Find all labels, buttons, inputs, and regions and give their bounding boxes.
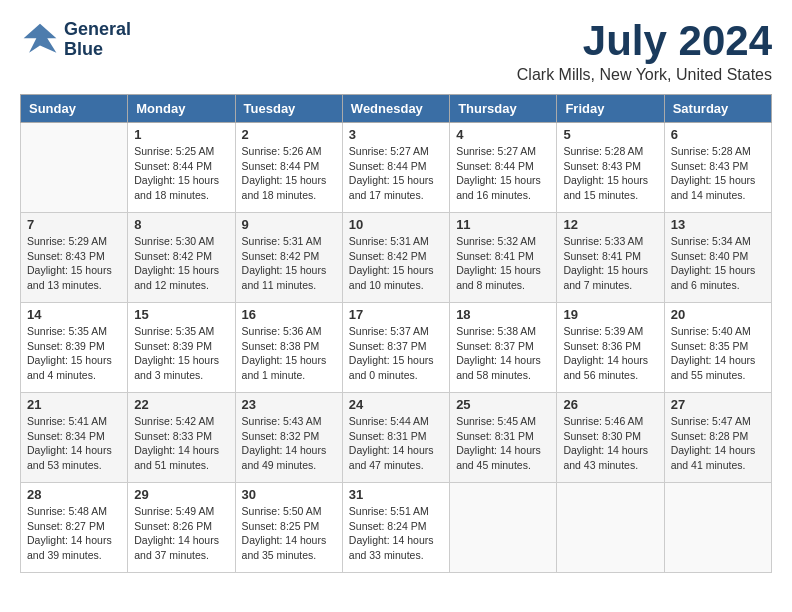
day-cell: 2Sunrise: 5:26 AM Sunset: 8:44 PM Daylig…: [235, 123, 342, 213]
calendar-table: SundayMondayTuesdayWednesdayThursdayFrid…: [20, 94, 772, 573]
day-info: Sunrise: 5:36 AM Sunset: 8:38 PM Dayligh…: [242, 324, 336, 383]
day-number: 30: [242, 487, 336, 502]
day-number: 22: [134, 397, 228, 412]
day-cell: 11Sunrise: 5:32 AM Sunset: 8:41 PM Dayli…: [450, 213, 557, 303]
day-info: Sunrise: 5:26 AM Sunset: 8:44 PM Dayligh…: [242, 144, 336, 203]
day-info: Sunrise: 5:43 AM Sunset: 8:32 PM Dayligh…: [242, 414, 336, 473]
day-number: 8: [134, 217, 228, 232]
day-info: Sunrise: 5:28 AM Sunset: 8:43 PM Dayligh…: [671, 144, 765, 203]
day-cell: 8Sunrise: 5:30 AM Sunset: 8:42 PM Daylig…: [128, 213, 235, 303]
day-cell: 3Sunrise: 5:27 AM Sunset: 8:44 PM Daylig…: [342, 123, 449, 213]
day-cell: 12Sunrise: 5:33 AM Sunset: 8:41 PM Dayli…: [557, 213, 664, 303]
day-info: Sunrise: 5:38 AM Sunset: 8:37 PM Dayligh…: [456, 324, 550, 383]
day-cell: [21, 123, 128, 213]
day-cell: 13Sunrise: 5:34 AM Sunset: 8:40 PM Dayli…: [664, 213, 771, 303]
day-cell: 23Sunrise: 5:43 AM Sunset: 8:32 PM Dayli…: [235, 393, 342, 483]
day-cell: 6Sunrise: 5:28 AM Sunset: 8:43 PM Daylig…: [664, 123, 771, 213]
day-number: 29: [134, 487, 228, 502]
day-info: Sunrise: 5:50 AM Sunset: 8:25 PM Dayligh…: [242, 504, 336, 563]
day-cell: 4Sunrise: 5:27 AM Sunset: 8:44 PM Daylig…: [450, 123, 557, 213]
header-row: SundayMondayTuesdayWednesdayThursdayFrid…: [21, 95, 772, 123]
day-info: Sunrise: 5:42 AM Sunset: 8:33 PM Dayligh…: [134, 414, 228, 473]
page-header: General Blue July 2024 Clark Mills, New …: [20, 20, 772, 84]
day-cell: 31Sunrise: 5:51 AM Sunset: 8:24 PM Dayli…: [342, 483, 449, 573]
day-cell: 15Sunrise: 5:35 AM Sunset: 8:39 PM Dayli…: [128, 303, 235, 393]
day-number: 5: [563, 127, 657, 142]
day-number: 7: [27, 217, 121, 232]
day-info: Sunrise: 5:46 AM Sunset: 8:30 PM Dayligh…: [563, 414, 657, 473]
day-number: 24: [349, 397, 443, 412]
day-number: 12: [563, 217, 657, 232]
day-number: 26: [563, 397, 657, 412]
day-cell: 29Sunrise: 5:49 AM Sunset: 8:26 PM Dayli…: [128, 483, 235, 573]
week-row-4: 21Sunrise: 5:41 AM Sunset: 8:34 PM Dayli…: [21, 393, 772, 483]
day-info: Sunrise: 5:37 AM Sunset: 8:37 PM Dayligh…: [349, 324, 443, 383]
day-info: Sunrise: 5:31 AM Sunset: 8:42 PM Dayligh…: [349, 234, 443, 293]
week-row-5: 28Sunrise: 5:48 AM Sunset: 8:27 PM Dayli…: [21, 483, 772, 573]
title-area: July 2024 Clark Mills, New York, United …: [517, 20, 772, 84]
day-number: 27: [671, 397, 765, 412]
day-info: Sunrise: 5:33 AM Sunset: 8:41 PM Dayligh…: [563, 234, 657, 293]
day-number: 17: [349, 307, 443, 322]
day-number: 3: [349, 127, 443, 142]
day-info: Sunrise: 5:25 AM Sunset: 8:44 PM Dayligh…: [134, 144, 228, 203]
day-number: 23: [242, 397, 336, 412]
day-number: 11: [456, 217, 550, 232]
day-number: 14: [27, 307, 121, 322]
day-cell: 21Sunrise: 5:41 AM Sunset: 8:34 PM Dayli…: [21, 393, 128, 483]
day-cell: 7Sunrise: 5:29 AM Sunset: 8:43 PM Daylig…: [21, 213, 128, 303]
day-cell: 9Sunrise: 5:31 AM Sunset: 8:42 PM Daylig…: [235, 213, 342, 303]
day-info: Sunrise: 5:35 AM Sunset: 8:39 PM Dayligh…: [27, 324, 121, 383]
day-cell: 19Sunrise: 5:39 AM Sunset: 8:36 PM Dayli…: [557, 303, 664, 393]
day-number: 31: [349, 487, 443, 502]
day-info: Sunrise: 5:41 AM Sunset: 8:34 PM Dayligh…: [27, 414, 121, 473]
day-number: 13: [671, 217, 765, 232]
header-cell-saturday: Saturday: [664, 95, 771, 123]
day-cell: 24Sunrise: 5:44 AM Sunset: 8:31 PM Dayli…: [342, 393, 449, 483]
week-row-3: 14Sunrise: 5:35 AM Sunset: 8:39 PM Dayli…: [21, 303, 772, 393]
day-info: Sunrise: 5:48 AM Sunset: 8:27 PM Dayligh…: [27, 504, 121, 563]
day-info: Sunrise: 5:44 AM Sunset: 8:31 PM Dayligh…: [349, 414, 443, 473]
day-number: 2: [242, 127, 336, 142]
day-number: 21: [27, 397, 121, 412]
header-cell-wednesday: Wednesday: [342, 95, 449, 123]
day-cell: 26Sunrise: 5:46 AM Sunset: 8:30 PM Dayli…: [557, 393, 664, 483]
day-info: Sunrise: 5:39 AM Sunset: 8:36 PM Dayligh…: [563, 324, 657, 383]
day-number: 16: [242, 307, 336, 322]
day-cell: 14Sunrise: 5:35 AM Sunset: 8:39 PM Dayli…: [21, 303, 128, 393]
logo-icon: [20, 20, 60, 60]
day-number: 18: [456, 307, 550, 322]
day-number: 19: [563, 307, 657, 322]
day-cell: 18Sunrise: 5:38 AM Sunset: 8:37 PM Dayli…: [450, 303, 557, 393]
day-info: Sunrise: 5:35 AM Sunset: 8:39 PM Dayligh…: [134, 324, 228, 383]
day-cell: 1Sunrise: 5:25 AM Sunset: 8:44 PM Daylig…: [128, 123, 235, 213]
day-cell: 20Sunrise: 5:40 AM Sunset: 8:35 PM Dayli…: [664, 303, 771, 393]
day-info: Sunrise: 5:49 AM Sunset: 8:26 PM Dayligh…: [134, 504, 228, 563]
week-row-2: 7Sunrise: 5:29 AM Sunset: 8:43 PM Daylig…: [21, 213, 772, 303]
day-number: 28: [27, 487, 121, 502]
day-info: Sunrise: 5:31 AM Sunset: 8:42 PM Dayligh…: [242, 234, 336, 293]
day-cell: 16Sunrise: 5:36 AM Sunset: 8:38 PM Dayli…: [235, 303, 342, 393]
day-cell: 10Sunrise: 5:31 AM Sunset: 8:42 PM Dayli…: [342, 213, 449, 303]
day-info: Sunrise: 5:27 AM Sunset: 8:44 PM Dayligh…: [456, 144, 550, 203]
month-title: July 2024: [517, 20, 772, 62]
day-info: Sunrise: 5:29 AM Sunset: 8:43 PM Dayligh…: [27, 234, 121, 293]
day-number: 4: [456, 127, 550, 142]
day-cell: 27Sunrise: 5:47 AM Sunset: 8:28 PM Dayli…: [664, 393, 771, 483]
day-cell: 25Sunrise: 5:45 AM Sunset: 8:31 PM Dayli…: [450, 393, 557, 483]
day-number: 25: [456, 397, 550, 412]
day-info: Sunrise: 5:30 AM Sunset: 8:42 PM Dayligh…: [134, 234, 228, 293]
day-info: Sunrise: 5:47 AM Sunset: 8:28 PM Dayligh…: [671, 414, 765, 473]
day-cell: [450, 483, 557, 573]
header-cell-thursday: Thursday: [450, 95, 557, 123]
header-cell-monday: Monday: [128, 95, 235, 123]
day-info: Sunrise: 5:40 AM Sunset: 8:35 PM Dayligh…: [671, 324, 765, 383]
day-number: 6: [671, 127, 765, 142]
location-title: Clark Mills, New York, United States: [517, 66, 772, 84]
day-number: 20: [671, 307, 765, 322]
day-number: 9: [242, 217, 336, 232]
day-info: Sunrise: 5:45 AM Sunset: 8:31 PM Dayligh…: [456, 414, 550, 473]
header-cell-sunday: Sunday: [21, 95, 128, 123]
day-cell: [664, 483, 771, 573]
day-info: Sunrise: 5:34 AM Sunset: 8:40 PM Dayligh…: [671, 234, 765, 293]
